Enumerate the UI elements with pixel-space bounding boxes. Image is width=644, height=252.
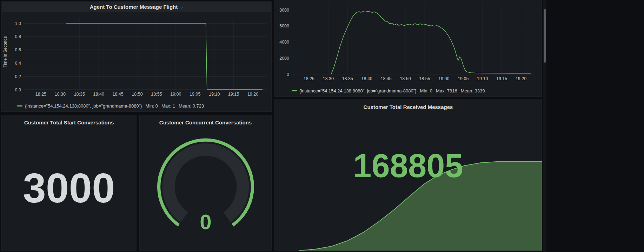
legend-mean: Mean: 3339: [461, 88, 485, 93]
legend-max: Max: 1: [161, 103, 175, 109]
svg-text:19:20: 19:20: [247, 92, 258, 97]
panel-title-dropdown[interactable]: Agent To Customer Message Flight ⌄: [88, 4, 186, 10]
scrollbar-thumb[interactable]: [544, 9, 546, 63]
panel-header: Agent To Customer Message Flight ⌄: [2, 2, 271, 12]
svg-text:18:30: 18:30: [323, 76, 334, 81]
panel-title[interactable]: Customer Total Received Messages: [275, 100, 542, 110]
svg-text:19:00: 19:00: [438, 76, 449, 81]
panel-title: Agent To Customer Message Flight: [90, 4, 178, 10]
legend-min: Min: 0: [146, 103, 158, 109]
svg-text:2000: 2000: [279, 56, 289, 61]
svg-text:0.6: 0.6: [15, 47, 21, 52]
svg-text:18:35: 18:35: [342, 76, 353, 81]
svg-text:19:10: 19:10: [209, 92, 220, 97]
panel-start-conversations: Customer Total Start Conversations 3000: [1, 115, 137, 251]
svg-text:18:30: 18:30: [55, 92, 66, 97]
svg-text:18:55: 18:55: [151, 92, 162, 97]
legend-series-name[interactable]: {instance="54.154.24.138:8080", job="gra…: [25, 103, 142, 109]
svg-text:18:25: 18:25: [35, 92, 46, 97]
chevron-down-icon: ⌄: [180, 5, 183, 9]
legend-mean: Mean: 0.723: [179, 103, 204, 109]
series-swatch-icon: [17, 105, 22, 106]
gauge: 0: [146, 131, 265, 237]
svg-text:18:50: 18:50: [132, 92, 142, 97]
svg-text:1.0: 1.0: [15, 21, 21, 26]
svg-text:18:40: 18:40: [361, 76, 372, 81]
legend-series-name[interactable]: {instance="54.154.24.138:8080", job="gra…: [299, 88, 417, 93]
panel-message-throughput: 18:2518:3018:3518:4018:4518:5018:5519:00…: [274, 0, 542, 97]
svg-text:19:20: 19:20: [516, 76, 526, 81]
panel-title[interactable]: Customer Concurrent Conversations: [140, 115, 271, 125]
svg-text:18:50: 18:50: [400, 76, 411, 81]
svg-text:19:15: 19:15: [496, 76, 507, 81]
svg-text:0.2: 0.2: [15, 74, 21, 79]
svg-text:19:05: 19:05: [190, 92, 200, 97]
legend-min: Min: 0: [420, 88, 432, 93]
svg-text:0.4: 0.4: [15, 61, 21, 66]
legend: {instance="54.154.24.138:8080", job="gra…: [292, 88, 485, 93]
panel-concurrent-conversations: Customer Concurrent Conversations 0: [139, 115, 272, 251]
svg-text:0: 0: [287, 72, 289, 77]
svg-text:18:45: 18:45: [112, 92, 123, 97]
svg-text:19:10: 19:10: [477, 76, 488, 81]
svg-text:19:00: 19:00: [170, 92, 181, 97]
svg-text:18:40: 18:40: [93, 92, 104, 97]
series-swatch-icon: [292, 90, 297, 91]
stat-value: 168805: [275, 149, 542, 182]
panel-title[interactable]: Customer Total Start Conversations: [2, 115, 136, 125]
svg-text:18:55: 18:55: [419, 76, 430, 81]
svg-text:0.8: 0.8: [15, 34, 21, 39]
svg-text:19:15: 19:15: [228, 92, 239, 97]
svg-text:18:25: 18:25: [304, 76, 314, 81]
y-axis-label: Time in Seconds: [2, 16, 8, 88]
svg-text:6000: 6000: [279, 24, 289, 28]
throughput-chart[interactable]: 18:2518:3018:3518:4018:4518:5018:5519:00…: [276, 1, 539, 82]
legend-max: Max: 7816: [436, 88, 457, 93]
gauge-value: 0: [200, 210, 211, 234]
svg-text:18:45: 18:45: [380, 76, 391, 81]
svg-text:8000: 8000: [279, 8, 289, 13]
flight-time-chart[interactable]: 18:2518:3018:3518:4018:4518:5018:5519:00…: [11, 13, 270, 97]
panel-received-messages: Customer Total Received Messages 168805: [274, 99, 542, 251]
stat-value: 3000: [2, 140, 136, 236]
svg-text:19:05: 19:05: [458, 76, 469, 81]
gauge-track-arc: [168, 150, 243, 218]
svg-text:18:35: 18:35: [74, 92, 85, 97]
gauge-container: 0: [140, 131, 271, 250]
svg-text:0.0: 0.0: [15, 88, 21, 92]
panel-agent-flight: Agent To Customer Message Flight ⌄ Time …: [1, 1, 272, 112]
grafana-dashboard: Agent To Customer Message Flight ⌄ Time …: [0, 0, 644, 252]
svg-text:4000: 4000: [279, 40, 289, 45]
legend: {instance="54.154.24.138:8080", job="gra…: [17, 103, 204, 109]
vertical-scrollbar[interactable]: [543, 0, 546, 252]
